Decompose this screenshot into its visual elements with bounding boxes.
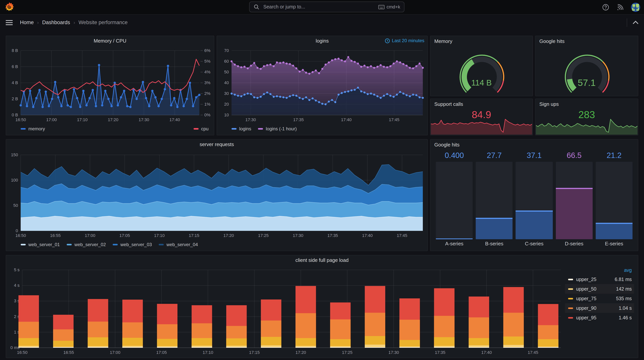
bar-gauge-bar[interactable] [556, 162, 592, 239]
panel-title[interactable]: server requests [6, 142, 428, 147]
svg-text:3%: 3% [204, 80, 210, 85]
legend-row[interactable]: upper_50142 ms [565, 284, 634, 294]
bar-gauge-column: 37.1C-series [516, 151, 552, 248]
panel-sign-ups: Sign ups 283 [535, 98, 638, 135]
svg-text:17:35: 17:35 [327, 233, 338, 238]
bar-gauge-label: B-series [476, 239, 512, 248]
svg-text:5 s: 5 s [14, 268, 20, 272]
panel-title[interactable]: Memory [434, 38, 452, 44]
rss-icon[interactable] [616, 3, 624, 11]
page-load-chart[interactable]: 16:5016:5517:0017:0517:1017:1517:2017:25… [6, 264, 564, 358]
bar-gauge-value: 66.5 [556, 151, 592, 162]
search-box[interactable]: cmd+k [249, 2, 404, 12]
svg-text:0 ms: 0 ms [10, 345, 20, 350]
svg-text:17:25: 17:25 [258, 233, 268, 238]
time-range-badge[interactable]: Last 20 minutes [385, 38, 424, 43]
legend-item[interactable]: web_server_01 [21, 242, 60, 247]
legend-table: avgupper_256.81 msupper_50142 msupper_75… [565, 267, 634, 322]
legend-item[interactable]: logins (-1 hour) [258, 126, 297, 132]
legend-item[interactable]: web_server_04 [159, 242, 198, 247]
help-icon[interactable] [602, 3, 610, 11]
svg-text:1%: 1% [204, 102, 210, 106]
panel-title[interactable]: Memory / CPU [6, 38, 214, 44]
search-input[interactable] [262, 4, 378, 10]
chart-canvas: 16:5016:5517:0017:0517:1017:1517:2017:25… [6, 150, 428, 240]
panel-support-calls: Support calls 84.9 [430, 98, 533, 135]
legend-row[interactable]: upper_75535 ms [565, 294, 634, 303]
panel-title[interactable]: Google hits [434, 142, 460, 148]
svg-text:10: 10 [224, 112, 229, 117]
panel-page-load: client side full page load 16:5016:5517:… [6, 255, 638, 358]
bar-gauge-value: 21.2 [596, 151, 632, 162]
divider [627, 18, 627, 27]
svg-text:17:25: 17:25 [342, 350, 352, 355]
chart-canvas: 16:5016:5517:0017:0517:1017:1517:2017:25… [6, 264, 564, 358]
panel-google-hits-bars: Google hits 0.400A-series27.7B-series37.… [430, 139, 638, 251]
memory-cpu-chart[interactable]: 16:5017:0017:1017:2017:3017:400 B2 B4 B6… [6, 46, 215, 124]
svg-text:0: 0 [16, 228, 18, 233]
chart-legend: loginslogins (-1 hour) [222, 124, 422, 134]
legend-item[interactable]: memory [21, 126, 45, 132]
svg-text:17:15: 17:15 [189, 233, 199, 238]
legend-item[interactable]: web_server_02 [67, 242, 106, 247]
google-hits-gauge [536, 46, 639, 96]
bar-gauge-bar[interactable] [436, 162, 473, 239]
bar-gauge-bar[interactable] [596, 162, 632, 239]
gauge-value: 114 B [430, 78, 532, 88]
svg-text:20: 20 [224, 102, 229, 106]
svg-text:17:45: 17:45 [528, 350, 538, 355]
svg-text:16:55: 16:55 [50, 233, 60, 238]
panel-title[interactable]: Support calls [434, 101, 463, 107]
panel-title[interactable]: Google hits [539, 38, 565, 44]
breadcrumb-home[interactable]: Home [20, 20, 34, 25]
chart-canvas [536, 46, 639, 96]
svg-text:17:40: 17:40 [341, 117, 352, 122]
svg-text:17:30: 17:30 [388, 350, 399, 355]
grafana-dashboard: cmd+k Home › Dashboards › Website perf [0, 0, 644, 360]
bar-gauge-value: 37.1 [516, 151, 552, 162]
menu-icon[interactable] [5, 18, 13, 26]
topnav-actions [602, 0, 640, 14]
bar-gauge-value: 0.400 [436, 151, 473, 162]
bar-gauge-bar[interactable] [476, 162, 512, 239]
svg-text:16:50: 16:50 [15, 117, 26, 122]
chart-legend: memorycpu [12, 124, 208, 134]
legend-row[interactable]: upper_256.81 ms [565, 274, 634, 284]
bar-gauge-column: 21.2E-series [596, 151, 632, 248]
svg-text:16:55: 16:55 [64, 350, 74, 355]
svg-text:17:10: 17:10 [202, 350, 213, 355]
svg-text:17:10: 17:10 [154, 233, 165, 238]
legend-avg-header: avg [565, 267, 634, 274]
avatar[interactable] [631, 2, 640, 12]
logins-chart[interactable]: 17:3017:3517:4017:4510203040506070 [217, 46, 428, 124]
chart-canvas: 17:3017:3517:4017:4510203040506070 [217, 46, 428, 124]
svg-text:16:50: 16:50 [17, 350, 28, 355]
bar-gauge-bar[interactable] [516, 162, 552, 239]
chart-legend: web_server_01web_server_02web_server_03w… [12, 240, 422, 249]
svg-text:17:35: 17:35 [293, 117, 304, 122]
grafana-logo-icon[interactable] [4, 2, 14, 12]
legend-item[interactable]: logins [232, 126, 251, 132]
legend-item[interactable]: cpu [194, 126, 208, 132]
breadcrumb-dashboards[interactable]: Dashboards [42, 20, 70, 25]
chevron-up-icon[interactable] [632, 18, 640, 26]
server-requests-chart[interactable]: 16:5016:5517:0017:0517:1017:1517:2017:25… [6, 150, 428, 240]
keyboard-icon [378, 5, 385, 9]
legend-row[interactable]: upper_951.46 s [565, 313, 634, 322]
svg-text:17:45: 17:45 [397, 233, 407, 238]
panel-title[interactable]: client side full page load [6, 257, 638, 263]
svg-text:17:30: 17:30 [138, 117, 149, 122]
svg-text:17:30: 17:30 [245, 117, 256, 122]
legend-row[interactable]: upper_901.04 s [565, 303, 634, 313]
svg-text:17:20: 17:20 [108, 117, 118, 122]
gauge-value: 57.1 [536, 78, 638, 88]
legend-item[interactable]: web_server_03 [113, 242, 152, 247]
bar-gauge-column: 66.5D-series [556, 151, 592, 248]
svg-text:6%: 6% [204, 48, 210, 53]
panel-server-requests: server requests 16:5016:5517:0017:0517:1… [6, 139, 428, 251]
panel-title[interactable]: Sign ups [539, 101, 559, 107]
svg-text:50: 50 [224, 70, 229, 74]
svg-text:17:35: 17:35 [435, 350, 446, 355]
svg-text:17:40: 17:40 [481, 350, 492, 355]
chart-canvas: 16:5017:0017:1017:2017:3017:400 B2 B4 B6… [6, 46, 215, 124]
